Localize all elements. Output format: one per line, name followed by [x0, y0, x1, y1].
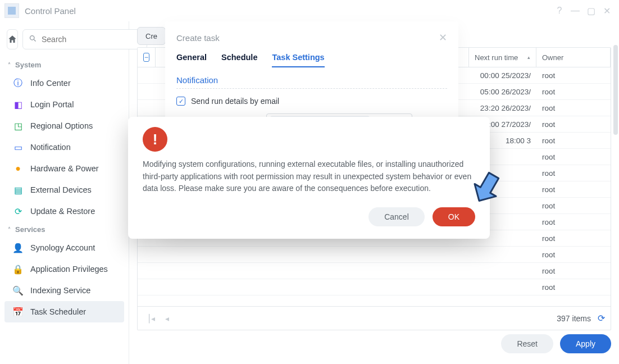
update-icon: ⟳ — [12, 206, 24, 217]
sidebar-item-label: External Devices — [30, 185, 92, 194]
app-icon — [4, 3, 19, 18]
sidebar: ˄ System ⓘInfo Center ◧Login Portal ◳Reg… — [0, 21, 129, 364]
sidebar-item-regional-options[interactable]: ◳Regional Options — [4, 115, 124, 136]
sidebar-item-synology-account[interactable]: 👤Synology Account — [4, 237, 124, 258]
sidebar-item-external-devices[interactable]: ▤External Devices — [4, 179, 124, 201]
cell-owner: root — [536, 88, 611, 96]
warning-dialog: ! Modifying system configurations, runni… — [128, 117, 490, 239]
page-first-icon[interactable]: ⎮◂ — [143, 314, 159, 323]
send-email-label: Send run details by email — [191, 97, 279, 106]
sidebar-item-label: Regional Options — [30, 121, 93, 130]
sidebar-item-info-center[interactable]: ⓘInfo Center — [4, 72, 124, 94]
warning-text: Modifying system configurations, running… — [143, 127, 475, 195]
search-service-icon: 🔍 — [12, 285, 24, 296]
tab-task-settings[interactable]: Task Settings — [272, 53, 324, 67]
sidebar-item-label: Update & Restore — [30, 207, 95, 216]
sidebar-item-indexing-service[interactable]: 🔍Indexing Service — [4, 280, 124, 301]
cell-owner: root — [536, 185, 611, 194]
main-footer: Reset Apply — [137, 330, 611, 357]
lock-icon: 🔒 — [12, 263, 24, 275]
search-field[interactable] — [22, 29, 147, 49]
svg-line-1 — [34, 39, 35, 41]
calendar-icon: 📅 — [12, 306, 24, 317]
window-title: Control Panel — [25, 6, 552, 16]
search-input[interactable] — [40, 34, 141, 44]
sidebar-item-update-restore[interactable]: ⟳Update & Restore — [4, 201, 124, 222]
sidebar-item-label: Synology Account — [30, 243, 95, 252]
sidebar-item-label: Application Privileges — [30, 265, 108, 274]
sidebar-item-label: Login Portal — [30, 100, 74, 109]
svg-point-0 — [30, 36, 35, 40]
sidebar-item-label: Indexing Service — [30, 286, 90, 295]
sidebar-item-label: Task Scheduler — [30, 307, 86, 316]
column-owner[interactable]: Owner — [536, 48, 611, 67]
category-system[interactable]: ˄ System — [4, 57, 124, 72]
sidebar-item-task-scheduler[interactable]: 📅Task Scheduler — [4, 301, 124, 322]
cell-owner: root — [536, 283, 611, 292]
chat-icon: ▭ — [12, 142, 24, 153]
maximize-icon[interactable]: ▢ — [583, 6, 599, 16]
minimize-icon[interactable]: — — [567, 6, 583, 16]
cell-next-run: /26/2023 05:00 — [469, 88, 536, 96]
reload-icon[interactable]: ⟳ — [598, 313, 605, 324]
sidebar-item-notification[interactable]: ▭Notification — [4, 136, 124, 158]
send-email-checkbox[interactable]: ✓ — [176, 97, 185, 106]
cell-owner: root — [536, 202, 611, 210]
cell-owner: root — [536, 136, 611, 145]
modal-close-icon[interactable]: ✕ — [439, 31, 447, 44]
cell-next-run: /25/2023 00:00 — [469, 71, 536, 80]
dialog-footer: Cancel OK — [143, 207, 475, 226]
portal-icon: ◧ — [12, 99, 24, 110]
create-button[interactable]: Cre — [137, 27, 166, 45]
sidebar-item-login-portal[interactable]: ◧Login Portal — [4, 94, 124, 115]
home-button[interactable] — [7, 29, 18, 49]
home-icon — [7, 34, 17, 44]
tab-schedule[interactable]: Schedule — [221, 53, 257, 67]
cell-owner: root — [536, 251, 611, 259]
bulb-icon: ● — [12, 163, 24, 174]
help-icon[interactable]: ? — [552, 6, 567, 16]
sidebar-item-application-privileges[interactable]: 🔒Application Privileges — [4, 258, 124, 280]
cell-owner: root — [536, 120, 611, 129]
indeterminate-icon: − — [143, 53, 149, 62]
sidebar-item-label: Info Center — [30, 79, 71, 88]
category-services[interactable]: ˄ Services — [4, 222, 124, 237]
close-icon[interactable]: ✕ — [599, 6, 615, 16]
vertical-scrollbar[interactable] — [613, 45, 618, 286]
page-prev-icon[interactable]: ◂ — [159, 314, 175, 323]
tab-general[interactable]: General — [176, 53, 207, 67]
cell-next-run: /26/2023 23:20 — [469, 104, 536, 112]
cell-owner: root — [536, 234, 611, 243]
warning-icon: ! — [143, 127, 167, 152]
select-all-checkbox[interactable]: − — [138, 48, 156, 67]
apply-button[interactable]: Apply — [560, 334, 611, 353]
send-email-row: ✓ Send run details by email — [165, 94, 458, 108]
info-icon: ⓘ — [12, 78, 24, 89]
table-row[interactable]: root — [138, 279, 611, 295]
dialog-cancel-button[interactable]: Cancel — [368, 207, 425, 226]
title-bar: Control Panel ? — ▢ ✕ — [0, 0, 619, 21]
sidebar-item-label: Hardware & Power — [30, 164, 99, 173]
scroll-thumb[interactable] — [613, 45, 618, 135]
chevron-up-icon: ˄ — [8, 226, 11, 233]
sidebar-item-hardware-power[interactable]: ●Hardware & Power — [4, 158, 124, 179]
reset-button[interactable]: Reset — [501, 334, 553, 353]
section-notification: Notification — [165, 71, 458, 85]
cell-owner: root — [536, 71, 611, 80]
cell-owner: root — [536, 153, 611, 161]
chevron-up-icon: ˄ — [8, 62, 11, 68]
cell-owner: root — [536, 218, 611, 226]
cell-owner: root — [536, 169, 611, 178]
globe-icon: ◳ — [12, 120, 24, 131]
dialog-ok-button[interactable]: OK — [433, 207, 475, 226]
column-next-run[interactable]: Next run time — [469, 48, 536, 67]
sidebar-item-label: Notification — [30, 143, 71, 152]
user-icon: 👤 — [12, 242, 24, 253]
devices-icon: ▤ — [12, 184, 24, 195]
modal-header: Create task ✕ — [165, 21, 458, 44]
table-footer: ⎮◂ ◂ 397 items ⟳ — [138, 306, 611, 330]
table-row[interactable]: root — [138, 263, 611, 279]
cell-owner: root — [536, 267, 611, 275]
cell-owner: root — [536, 104, 611, 112]
table-row[interactable]: root — [138, 247, 611, 263]
